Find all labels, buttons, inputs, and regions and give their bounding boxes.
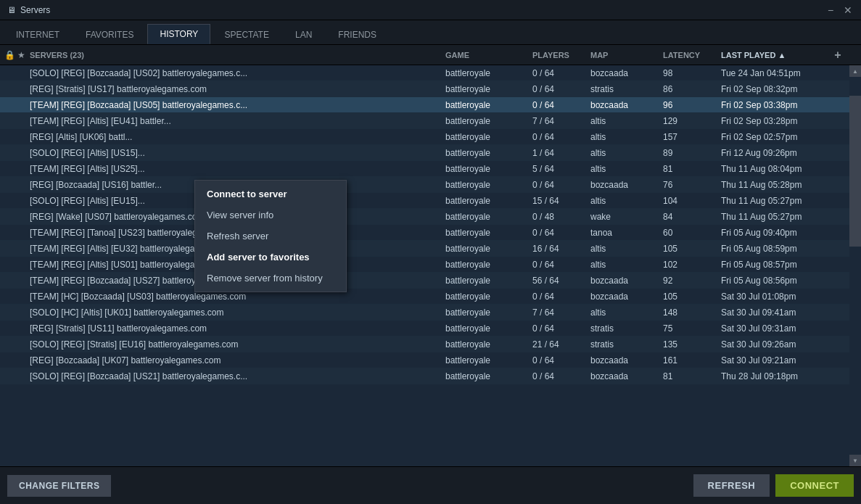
context-item-3[interactable]: Add server to favorites	[195, 247, 346, 268]
row-game-14: battleroyale	[445, 292, 532, 302]
row-map-15: altis	[590, 307, 663, 318]
row-players-6: 5 / 64	[532, 164, 590, 174]
table-row[interactable]: [REG] [Stratis] [US17] battleroyalegames…	[0, 81, 861, 97]
row-map-1: stratis	[590, 84, 663, 94]
row-map-18: bozcaada	[590, 355, 663, 365]
fav-header: ★	[15, 50, 27, 60]
row-map-17: stratis	[590, 339, 663, 350]
row-latency-5: 89	[663, 148, 721, 158]
table-row[interactable]: [SOLO] [HC] [Altis] [UK01] battleroyaleg…	[0, 305, 861, 321]
minimize-button[interactable]: −	[825, 4, 836, 16]
players-header[interactable]: PLAYERS	[532, 51, 590, 59]
row-players-18: 0 / 64	[532, 355, 590, 365]
latency-header[interactable]: LATENCY	[663, 51, 721, 59]
row-latency-8: 104	[663, 196, 721, 206]
row-lastplayed-6: Thu 11 Aug 08:04pm	[721, 164, 830, 174]
row-game-9: battleroyale	[445, 212, 532, 222]
footer-left: CHANGE FILTERS	[7, 475, 111, 497]
row-latency-2: 96	[663, 100, 721, 110]
table-row[interactable]: [REG] [Bozcaada] [US16] battler... battl…	[0, 177, 861, 193]
tab-history[interactable]: HISTORY	[147, 24, 210, 44]
footer-right: REFRESH CONNECT	[693, 474, 854, 497]
row-name-0: [SOLO] [REG] [Bozcaada] [US02] battleroy…	[27, 68, 445, 78]
table-row[interactable]: [REG] [Wake] [US07] battleroyalegames.co…	[0, 209, 861, 225]
row-map-8: altis	[590, 196, 663, 206]
scroll-down-button[interactable]: ▼	[849, 455, 861, 466]
row-name-3: [TEAM] [REG] [Altis] [EU41] battler...	[27, 116, 445, 126]
table-row[interactable]: [TEAM] [REG] [Altis] [US01] battleroyale…	[0, 257, 861, 273]
add-server-button[interactable]: +	[834, 49, 841, 61]
row-players-12: 0 / 64	[532, 260, 590, 270]
table-row[interactable]: [TEAM] [REG] [Altis] [EU32] battleroyale…	[0, 241, 861, 257]
close-button[interactable]: ✕	[842, 4, 854, 16]
row-lastplayed-4: Fri 02 Sep 02:57pm	[721, 132, 830, 142]
refresh-button[interactable]: REFRESH	[693, 474, 770, 497]
table-row[interactable]: [SOLO] [REG] [Altis] [US15]... battleroy…	[0, 145, 861, 161]
scrollbar[interactable]: ▲ ▼	[849, 65, 861, 466]
row-latency-13: 92	[663, 276, 721, 286]
game-header[interactable]: GAME	[445, 51, 532, 59]
tab-favorites[interactable]: FAVORITES	[73, 25, 146, 44]
row-map-3: altis	[590, 116, 663, 126]
table-row[interactable]: [SOLO] [REG] [Bozcaada] [US02] battleroy…	[0, 65, 861, 81]
row-latency-15: 148	[663, 307, 721, 318]
table-row[interactable]: [REG] [Bozcaada] [UK07] battleroyalegame…	[0, 352, 861, 368]
row-latency-7: 76	[663, 180, 721, 190]
row-players-4: 0 / 64	[532, 132, 590, 142]
row-map-6: altis	[590, 164, 663, 174]
table-row[interactable]: [SOLO] [REG] [Stratis] [EU16] battleroya…	[0, 336, 861, 352]
row-players-16: 0 / 64	[532, 323, 590, 334]
row-lastplayed-7: Thu 11 Aug 05:28pm	[721, 180, 830, 190]
row-lastplayed-18: Sat 30 Jul 09:21am	[721, 355, 830, 365]
change-filters-button[interactable]: CHANGE FILTERS	[7, 475, 111, 497]
context-item-2[interactable]: Refresh server	[195, 226, 346, 247]
row-lastplayed-9: Thu 11 Aug 05:27pm	[721, 212, 830, 222]
row-lastplayed-11: Fri 05 Aug 08:59pm	[721, 244, 830, 254]
context-item-1[interactable]: View server info	[195, 205, 346, 226]
row-name-1: [REG] [Stratis] [US17] battleroyalegames…	[27, 84, 445, 94]
row-game-13: battleroyale	[445, 276, 532, 286]
table-row[interactable]: [TEAM] [REG] [Tanoa] [US23] battleroyale…	[0, 225, 861, 241]
table-row[interactable]: [TEAM] [REG] [Altis] [US25]... battleroy…	[0, 161, 861, 177]
row-latency-18: 161	[663, 355, 721, 365]
table-row[interactable]: [SOLO] [REG] [Bozcaada] [US21] battleroy…	[0, 368, 861, 384]
tab-internet[interactable]: INTERNET	[4, 25, 72, 44]
row-game-4: battleroyale	[445, 132, 532, 142]
row-players-5: 1 / 64	[532, 148, 590, 158]
row-latency-1: 86	[663, 84, 721, 94]
tab-lan[interactable]: LAN	[283, 25, 324, 44]
table-row[interactable]: [SOLO] [REG] [Altis] [EU15]... battleroy…	[0, 193, 861, 209]
row-players-14: 0 / 64	[532, 292, 590, 302]
scroll-thumb[interactable]	[849, 96, 861, 247]
servers-header[interactable]: SERVERS (23)	[27, 51, 445, 59]
row-lastplayed-8: Thu 11 Aug 05:27pm	[721, 196, 830, 206]
star-icon: ★	[17, 50, 25, 60]
row-latency-17: 135	[663, 339, 721, 350]
table-row[interactable]: [REG] [Stratis] [US11] battleroyalegames…	[0, 321, 861, 336]
row-game-16: battleroyale	[445, 323, 532, 334]
table-row[interactable]: [REG] [Altis] [UK06] battl... battleroya…	[0, 129, 861, 145]
table-row[interactable]: [TEAM] [REG] [Bozcaada] [US27] battleroy…	[0, 273, 861, 289]
row-game-5: battleroyale	[445, 148, 532, 158]
row-game-2: battleroyale	[445, 100, 532, 110]
row-game-6: battleroyale	[445, 164, 532, 174]
map-header[interactable]: MAP	[590, 51, 663, 59]
context-item-4[interactable]: Remove server from history	[195, 268, 346, 289]
table-header: 🔒 ★ SERVERS (23) GAME PLAYERS MAP LATENC…	[0, 45, 861, 65]
row-name-19: [SOLO] [REG] [Bozcaada] [US21] battleroy…	[27, 371, 445, 381]
context-item-0[interactable]: Connect to server	[195, 183, 346, 205]
row-lastplayed-19: Thu 28 Jul 09:18pm	[721, 371, 830, 381]
scroll-up-button[interactable]: ▲	[849, 65, 861, 77]
window-title: Servers	[20, 5, 50, 15]
connect-button[interactable]: CONNECT	[775, 474, 854, 497]
table-row[interactable]: [TEAM] [REG] [Altis] [EU41] battler... b…	[0, 113, 861, 129]
row-players-10: 0 / 64	[532, 228, 590, 238]
tab-spectate[interactable]: SPECTATE	[212, 25, 281, 44]
row-players-3: 7 / 64	[532, 116, 590, 126]
lastplayed-header[interactable]: LAST PLAYED ▲	[721, 51, 830, 59]
row-latency-10: 60	[663, 228, 721, 238]
table-row[interactable]: [TEAM] [REG] [Bozcaada] [US05] battleroy…	[0, 97, 861, 113]
tab-friends[interactable]: FRIENDS	[326, 25, 389, 44]
row-lastplayed-12: Fri 05 Aug 08:57pm	[721, 260, 830, 270]
table-row[interactable]: [TEAM] [HC] [Bozcaada] [US03] battleroya…	[0, 289, 861, 305]
